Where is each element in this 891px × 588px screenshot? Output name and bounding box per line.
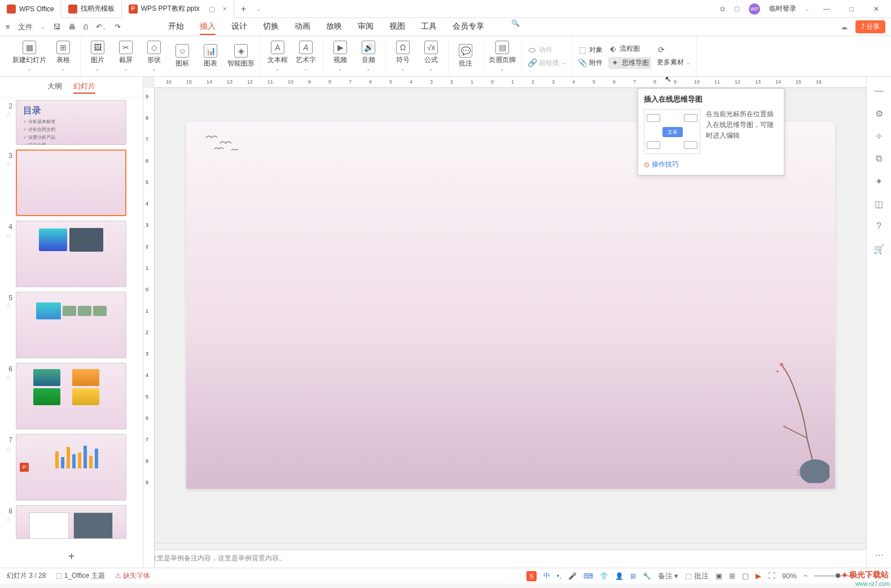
close-tab-button[interactable]: × <box>223 5 227 13</box>
smartart-button[interactable]: ◈智能图形 <box>227 44 254 68</box>
slide-thumbnail-7[interactable]: P <box>16 434 126 501</box>
present-mode-icon[interactable]: ▢ <box>209 5 215 13</box>
cloud-icon[interactable]: ☁ <box>841 23 848 31</box>
collapse-icon[interactable]: — <box>874 86 885 97</box>
print-icon[interactable]: 🖶 <box>68 23 76 31</box>
hamburger-menu-icon[interactable]: ≡ <box>6 23 10 31</box>
tab-slideshow[interactable]: 放映 <box>326 19 342 35</box>
undo-icon[interactable]: ↶⌄ <box>96 23 107 31</box>
outline-tab[interactable]: 大纲 <box>47 80 62 94</box>
ime-tool-icon[interactable]: 👕 <box>600 572 608 580</box>
slideshow-view-icon[interactable]: ▶ <box>756 572 761 580</box>
icons-button[interactable]: ☺图标 <box>171 44 194 68</box>
tab-design[interactable]: 设计 <box>231 19 247 35</box>
object-button[interactable]: ⬚对象 <box>578 45 603 55</box>
shapes-button[interactable]: ◇形状⌄ <box>143 41 165 72</box>
cart-icon[interactable]: 🛒 <box>874 244 885 255</box>
textbox-button[interactable]: A文本框⌄ <box>266 41 289 72</box>
login-label[interactable]: 临时登录 <box>769 4 796 14</box>
new-slide-button[interactable]: ▦新建幻灯片⌄ <box>12 41 46 72</box>
slide-indicator[interactable]: 幻灯片 3 / 28 <box>7 571 46 581</box>
slide-thumbnail-5[interactable] <box>16 292 126 358</box>
file-menu[interactable]: 文件 <box>18 22 33 32</box>
star-icon[interactable]: ☆ <box>6 160 11 168</box>
slide-canvas[interactable]: 3 <box>186 122 835 489</box>
sorter-view-icon[interactable]: ⊞ <box>729 572 735 580</box>
slide-thumbnail-8[interactable] <box>16 505 126 539</box>
symbol-button[interactable]: Ω符号⌄ <box>392 41 414 72</box>
refresh-button[interactable]: ⟳ <box>657 45 691 54</box>
tab-templates[interactable]: 找稻壳模板 <box>62 0 122 18</box>
add-slide-button[interactable]: + <box>0 546 143 568</box>
maximize-button[interactable]: □ <box>844 5 859 13</box>
header-footer-button[interactable]: ▤页眉页脚⌄ <box>489 41 516 72</box>
slide-thumbnail-6[interactable] <box>16 363 126 429</box>
fit-view-icon[interactable]: ⛶ <box>768 572 775 580</box>
video-button[interactable]: ▶视频⌄ <box>329 41 352 72</box>
dropdown-icon[interactable]: ⌄ <box>41 24 45 30</box>
ime-user-icon[interactable]: 👤 <box>615 572 624 580</box>
print-preview-icon[interactable]: ⎙ <box>84 23 88 31</box>
theme-indicator[interactable]: ⬚ 1_Office 主题 <box>56 571 104 581</box>
sparkle-icon[interactable]: ✧ <box>874 131 885 142</box>
thumbnail-list[interactable]: 2☆ 目录 ✓ 分析基本标准 ✓ 分析合同文档 ✓ 深度分析产品 ✓ 营销方案 … <box>0 98 143 546</box>
bookmark-icon[interactable]: ◫ <box>874 199 885 210</box>
tab-animation[interactable]: 动画 <box>295 19 310 35</box>
sogou-ime-icon[interactable]: S <box>526 571 537 581</box>
notes-toggle[interactable]: 备注 ▾ <box>658 571 679 581</box>
layout-icon[interactable]: ⧉ <box>720 5 725 13</box>
package-icon[interactable]: ⬡ <box>734 5 740 13</box>
comment-button[interactable]: 💬批注 <box>454 44 477 68</box>
tab-view[interactable]: 视图 <box>389 19 405 35</box>
zoom-value[interactable]: 90% <box>782 572 797 580</box>
picture-button[interactable]: 🖼图片⌄ <box>86 41 109 72</box>
more-icon[interactable]: ⋯ <box>874 550 885 561</box>
comments-toggle[interactable]: ⬚ 批注 <box>685 571 709 581</box>
settings-slider-icon[interactable]: ⚙ <box>874 108 885 120</box>
reading-view-icon[interactable]: ▢ <box>742 572 749 580</box>
layers-icon[interactable]: ⧉ <box>874 153 885 165</box>
search-icon[interactable]: 🔍 <box>511 19 520 35</box>
zoom-out-button[interactable]: − <box>804 572 808 580</box>
tooltip-help-link[interactable]: 操作技巧 <box>644 160 778 169</box>
magic-icon[interactable]: ✦ <box>874 176 885 187</box>
ime-grid-icon[interactable]: ⊞ <box>630 572 636 580</box>
ime-keyboard-icon[interactable]: ⌨ <box>583 572 593 580</box>
ime-punct-icon[interactable]: •, <box>557 572 561 580</box>
table-button[interactable]: ⊞表格⌄ <box>52 41 74 72</box>
normal-view-icon[interactable]: ▣ <box>716 572 722 580</box>
tab-tools[interactable]: 工具 <box>421 19 437 35</box>
tab-start[interactable]: 开始 <box>168 19 184 35</box>
redo-icon[interactable]: ↷ <box>115 23 121 31</box>
star-icon[interactable]: ☆ <box>6 373 11 381</box>
slides-tab[interactable]: 幻灯片 <box>73 80 95 94</box>
slide-thumbnail-4[interactable] <box>16 221 126 287</box>
share-button[interactable]: ⤴ 分享 <box>855 20 885 33</box>
close-window-button[interactable]: ✕ <box>868 5 884 13</box>
tab-transition[interactable]: 切换 <box>263 19 279 35</box>
tab-vip[interactable]: 会员专享 <box>453 19 484 35</box>
star-icon[interactable]: ☆ <box>6 110 11 119</box>
ime-settings-icon[interactable]: 🔧 <box>643 572 651 580</box>
chart-button[interactable]: 📊图表 <box>199 44 222 68</box>
tab-menu-dropdown[interactable]: ⌄ <box>256 6 261 12</box>
tab-wps-home[interactable]: WPS Office <box>0 0 62 18</box>
tab-insert[interactable]: 插入 <box>200 19 216 35</box>
more-material-button[interactable]: 更多素材⌄ <box>657 58 691 67</box>
attachment-button[interactable]: 📎附件 <box>578 58 603 68</box>
help-icon[interactable]: ? <box>874 221 885 232</box>
new-tab-button[interactable]: + <box>234 4 253 14</box>
star-icon[interactable]: ☆ <box>6 231 11 239</box>
ime-mic-icon[interactable]: 🎤 <box>568 572 577 580</box>
slide-thumbnail-3[interactable] <box>16 150 126 216</box>
missing-font-warning[interactable]: ⚠ 缺失字体 <box>115 571 150 581</box>
notes-pane[interactable]: 这里是举例备注内容，这里是举例背景内容。 <box>143 550 866 568</box>
horizontal-scrollbar[interactable] <box>143 543 866 550</box>
minimize-button[interactable]: — <box>819 5 835 13</box>
screenshot-button[interactable]: ✂截屏⌄ <box>115 41 137 72</box>
slide-thumbnail-2[interactable]: 目录 ✓ 分析基本标准 ✓ 分析合同文档 ✓ 深度分析产品 ✓ 营销方案 <box>16 100 126 145</box>
save-icon[interactable]: 🖫 <box>53 23 60 31</box>
audio-button[interactable]: 🔊音频⌄ <box>357 41 380 72</box>
flowchart-button[interactable]: ⬖流程图 <box>608 44 651 54</box>
equation-button[interactable]: √x公式⌄ <box>420 41 442 72</box>
